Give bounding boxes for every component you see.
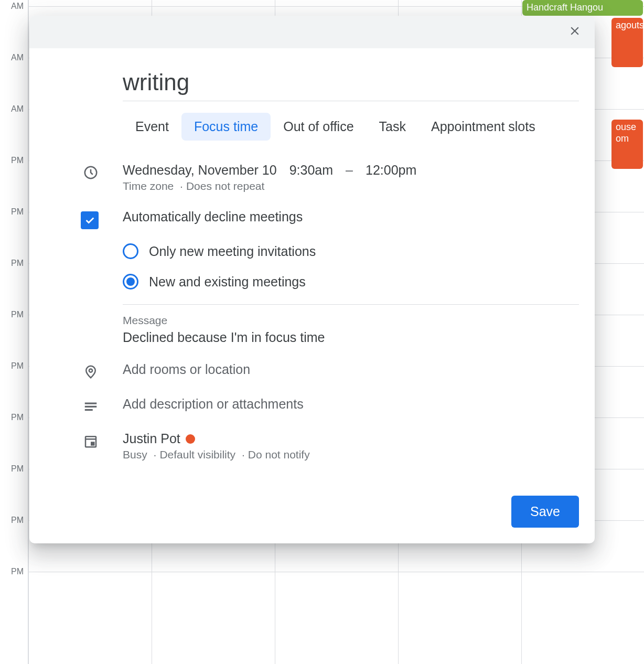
time-label: AM	[11, 2, 24, 11]
radio-icon	[123, 243, 138, 259]
time-label: PM	[11, 516, 24, 525]
modal-footer: Save	[29, 485, 595, 543]
description-field[interactable]: Add description or attachments	[123, 397, 579, 412]
time-label: PM	[11, 259, 24, 268]
close-button[interactable]	[564, 22, 585, 42]
calendar-color-dot	[186, 434, 195, 444]
time-column: AM AM AM PM PM PM PM PM PM PM PM PM	[0, 0, 28, 664]
event-create-modal: Event Focus time Out of office Task Appo…	[29, 16, 595, 543]
busy-status: Busy	[123, 448, 147, 460]
checkbox-checked-icon	[81, 211, 99, 229]
radio-label: New and existing meetings	[149, 274, 306, 290]
time-label: PM	[11, 310, 24, 319]
location-icon	[45, 362, 123, 380]
visibility-label: Default visibility	[151, 448, 236, 460]
tab-appointment-slots[interactable]: Appointment slots	[418, 113, 548, 141]
auto-decline-label: Automatically decline meetings	[123, 209, 579, 224]
event-label: om	[616, 133, 629, 144]
radio-only-new[interactable]: Only new meeting invitations	[123, 236, 579, 266]
calendar-icon	[45, 431, 123, 449]
calendar-event[interactable]: agouts	[611, 18, 643, 67]
event-label: ouse	[616, 122, 636, 132]
location-placeholder: Add rooms or location	[123, 362, 250, 377]
event-type-tabs: Event Focus time Out of office Task Appo…	[45, 113, 579, 141]
description-placeholder: Add description or attachments	[123, 397, 304, 411]
svg-rect-6	[91, 442, 95, 446]
svg-point-1	[89, 369, 92, 372]
event-title-input[interactable]	[123, 69, 579, 101]
event-label: Handcraft Hangou	[527, 2, 603, 13]
time-dash: –	[346, 163, 353, 178]
radio-new-and-existing[interactable]: New and existing meetings	[123, 266, 579, 297]
save-button[interactable]: Save	[511, 496, 579, 528]
event-end-time: 12:00pm	[366, 163, 416, 178]
timezone-label: Time zone	[123, 180, 174, 192]
location-field[interactable]: Add rooms or location	[123, 362, 579, 377]
tab-task[interactable]: Task	[367, 113, 418, 141]
time-label: PM	[11, 207, 24, 217]
calendar-event[interactable]: Handcraft Hangou	[522, 0, 643, 16]
tab-event[interactable]: Event	[123, 113, 181, 141]
time-label: PM	[11, 567, 24, 576]
event-label: agouts	[616, 20, 643, 30]
svg-rect-4	[85, 409, 93, 411]
time-label: PM	[11, 361, 24, 371]
message-label: Message	[123, 314, 579, 327]
tab-focus-time[interactable]: Focus time	[181, 113, 271, 141]
time-label: PM	[11, 156, 24, 165]
clock-icon	[45, 163, 123, 180]
calendar-owner-name: Justin Pot	[123, 431, 180, 446]
calendar-section[interactable]: Justin Pot Busy Default visibility Do no…	[123, 431, 579, 461]
description-icon	[45, 397, 123, 414]
radio-label: Only new meeting invitations	[149, 244, 316, 259]
time-label: PM	[11, 413, 24, 422]
event-start-time: 9:30am	[289, 163, 333, 178]
close-icon	[568, 24, 582, 40]
calendar-event[interactable]: ouse om	[611, 120, 643, 169]
svg-rect-2	[85, 403, 97, 404]
time-label: PM	[11, 464, 24, 474]
modal-header	[29, 16, 595, 48]
time-section[interactable]: Wednesday, November 10 9:30am – 12:00pm …	[123, 163, 579, 192]
svg-rect-3	[85, 406, 97, 408]
notify-label: Do not notify	[239, 448, 310, 460]
time-label: AM	[11, 104, 24, 114]
repeat-label: Does not repeat	[177, 180, 264, 192]
divider	[123, 304, 579, 305]
event-date: Wednesday, November 10	[123, 163, 277, 178]
time-label: AM	[11, 53, 24, 62]
radio-selected-icon	[123, 274, 138, 290]
tab-out-of-office[interactable]: Out of office	[271, 113, 366, 141]
checkbox-container[interactable]	[45, 209, 123, 229]
message-value[interactable]: Declined because I'm in focus time	[123, 330, 579, 345]
